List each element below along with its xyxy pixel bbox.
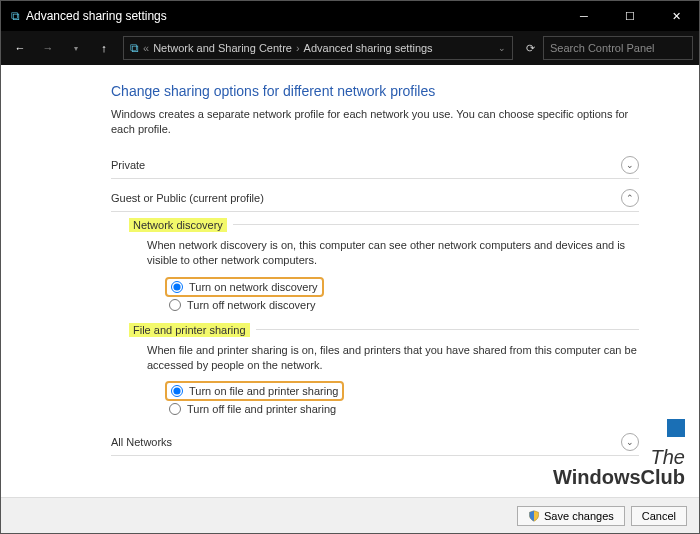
refresh-button[interactable]: ⟳ [519,42,541,55]
content-area: Change sharing options for different net… [1,65,699,533]
radio-input[interactable] [169,299,181,311]
breadcrumb-2[interactable]: Advanced sharing settings [304,42,433,54]
page-description: Windows creates a separate network profi… [111,107,639,138]
recent-dropdown[interactable]: ▾ [63,35,89,61]
file-printer-desc: When file and printer sharing is on, fil… [147,343,639,374]
window: ⧉ Advanced sharing settings ─ ☐ ✕ ← → ▾ … [0,0,700,534]
radio-input[interactable] [169,403,181,415]
save-changes-button[interactable]: Save changes [517,506,625,526]
section-guest-label: Guest or Public (current profile) [111,192,621,204]
chevron-right-icon: › [296,42,300,54]
navbar: ← → ▾ ↑ ⧉ « Network and Sharing Centre ›… [1,31,699,65]
save-label: Save changes [544,510,614,522]
radio-label: Turn on network discovery [189,281,318,293]
window-title: Advanced sharing settings [26,9,561,23]
breadcrumb-1[interactable]: Network and Sharing Centre [153,42,292,54]
file-printer-sharing-group: File and printer sharing When file and p… [129,323,639,418]
network-discovery-group: Network discovery When network discovery… [129,218,639,313]
chevron-up-icon[interactable]: ⌃ [621,189,639,207]
section-guest-public[interactable]: Guest or Public (current profile) ⌃ [111,183,639,212]
close-button[interactable]: ✕ [653,1,699,31]
watermark: The WindowsClub [553,447,685,487]
section-private-label: Private [111,159,621,171]
location-icon: ⧉ [130,41,139,55]
forward-button[interactable]: → [35,35,61,61]
titlebar: ⧉ Advanced sharing settings ─ ☐ ✕ [1,1,699,31]
back-button[interactable]: ← [7,35,33,61]
network-discovery-heading: Network discovery [129,218,227,232]
search-input[interactable]: Search Control Panel [543,36,693,60]
app-icon: ⧉ [11,9,20,23]
radio-label: Turn off file and printer sharing [187,403,336,415]
radio-input[interactable] [171,385,183,397]
address-dropdown-icon[interactable]: ⌄ [498,43,506,53]
network-discovery-desc: When network discovery is on, this compu… [147,238,639,269]
chevron-down-icon[interactable]: ⌄ [621,156,639,174]
section-private[interactable]: Private ⌄ [111,150,639,179]
minimize-button[interactable]: ─ [561,1,607,31]
radio-input[interactable] [171,281,183,293]
watermark-line1: The [553,447,685,467]
cancel-button[interactable]: Cancel [631,506,687,526]
file-printer-heading: File and printer sharing [129,323,250,337]
section-all-label: All Networks [111,436,621,448]
radio-label: Turn off network discovery [187,299,315,311]
radio-fileprint-on[interactable]: Turn on file and printer sharing [165,381,344,401]
up-button[interactable]: ↑ [91,35,117,61]
radio-netdisc-off[interactable]: Turn off network discovery [165,297,639,313]
maximize-button[interactable]: ☐ [607,1,653,31]
radio-netdisc-on[interactable]: Turn on network discovery [165,277,324,297]
radio-label: Turn on file and printer sharing [189,385,338,397]
button-bar: Save changes Cancel [1,497,699,533]
watermark-square-icon [667,419,685,437]
search-placeholder: Search Control Panel [550,42,655,54]
cancel-label: Cancel [642,510,676,522]
page-title: Change sharing options for different net… [111,83,639,99]
radio-fileprint-off[interactable]: Turn off file and printer sharing [165,401,639,417]
watermark-line2: WindowsClub [553,467,685,487]
address-bar[interactable]: ⧉ « Network and Sharing Centre › Advance… [123,36,513,60]
breadcrumb-sep: « [143,42,149,54]
shield-icon [528,510,540,522]
